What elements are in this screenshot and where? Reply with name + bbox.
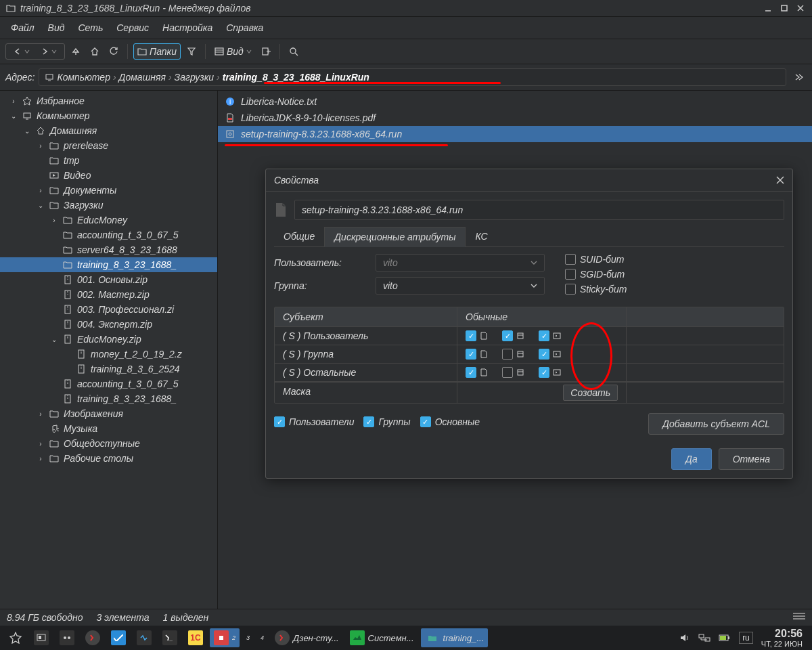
- expand-icon[interactable]: [50, 276, 58, 284]
- ok-button[interactable]: Да: [671, 448, 712, 470]
- expand-icon[interactable]: [50, 290, 58, 299]
- suid-checkbox[interactable]: [565, 254, 576, 265]
- create-mask-button[interactable]: Создать: [563, 385, 618, 401]
- perm-checkbox[interactable]: [502, 367, 513, 378]
- taskbar-app-4[interactable]: [107, 628, 130, 647]
- dialog-close-button[interactable]: [776, 176, 784, 184]
- expand-icon[interactable]: [64, 365, 72, 373]
- breadcrumb-overflow-button[interactable]: [790, 70, 807, 84]
- tray-volume-icon[interactable]: [679, 632, 690, 643]
- taskbar-window-3[interactable]: training_...: [421, 628, 489, 647]
- file-item[interactable]: LibericaJDK-8-9-10-licenses.pdf: [218, 110, 812, 126]
- tree-item[interactable]: tmp: [0, 153, 217, 168]
- breadcrumb-segment[interactable]: Компьютер: [57, 72, 110, 83]
- cancel-button[interactable]: Отмена: [719, 448, 784, 470]
- perm-checkbox[interactable]: ✓: [466, 349, 476, 360]
- tree-item[interactable]: Музыка: [0, 421, 217, 436]
- tree-item[interactable]: ⌄EducMoney.zip: [0, 332, 217, 347]
- expand-icon[interactable]: [37, 425, 45, 433]
- expand-icon[interactable]: [50, 246, 58, 254]
- filename-input[interactable]: setup-training-8.3.23.1688-x86_64.run: [294, 200, 784, 220]
- tray-battery-icon[interactable]: [719, 634, 731, 642]
- tree-item[interactable]: 002. Мастер.zip: [0, 287, 217, 302]
- filter-users-checkbox[interactable]: ✓: [274, 416, 285, 427]
- nav-back-button[interactable]: [10, 45, 33, 58]
- search-button[interactable]: [286, 45, 302, 58]
- tree-item[interactable]: ⌄Компьютер: [0, 108, 217, 123]
- nav-home-button[interactable]: [87, 45, 103, 58]
- expand-icon[interactable]: ›: [37, 410, 45, 418]
- close-button[interactable]: [794, 3, 807, 14]
- view-mode-button[interactable]: Вид: [211, 44, 255, 59]
- taskbar-app-9[interactable]: 3: [242, 632, 254, 643]
- expand-icon[interactable]: [50, 320, 58, 328]
- tree-item[interactable]: ›Документы: [0, 183, 217, 198]
- tree-item[interactable]: ›prerelease: [0, 138, 217, 153]
- menu-network[interactable]: Сеть: [71, 20, 110, 36]
- expand-icon[interactable]: [37, 171, 45, 179]
- tree-item[interactable]: server64_8_3_23_1688: [0, 242, 217, 257]
- folders-panel-button[interactable]: Папки: [133, 43, 181, 60]
- tree-item[interactable]: ›Изображения: [0, 406, 217, 421]
- tray-language-indicator[interactable]: ru: [739, 632, 753, 644]
- filter-button[interactable]: [183, 45, 200, 58]
- expand-icon[interactable]: ⌄: [9, 112, 18, 120]
- tree-item[interactable]: 001. Основы.zip: [0, 272, 217, 287]
- tree-item[interactable]: ⌄Загрузки: [0, 198, 217, 213]
- tree-item[interactable]: ›Избранное: [0, 93, 217, 108]
- filter-groups-checkbox[interactable]: ✓: [363, 416, 374, 427]
- taskbar-app-3[interactable]: [81, 628, 104, 647]
- tree-item[interactable]: Видео: [0, 168, 217, 183]
- perm-checkbox[interactable]: ✓: [502, 330, 513, 341]
- taskbar-app-1[interactable]: [30, 628, 53, 647]
- tree-item[interactable]: ›EducMoney: [0, 213, 217, 228]
- new-button[interactable]: [258, 45, 274, 58]
- sgid-checkbox[interactable]: [565, 269, 576, 280]
- minimize-button[interactable]: [762, 3, 774, 14]
- maximize-button[interactable]: [778, 3, 790, 14]
- nav-refresh-button[interactable]: [106, 45, 122, 58]
- taskbar-app-10[interactable]: 4: [256, 632, 268, 643]
- owner-group-select[interactable]: vito: [376, 277, 545, 295]
- file-item[interactable]: iLiberica-Notice.txt: [218, 93, 812, 110]
- taskbar-app-5[interactable]: [133, 628, 156, 647]
- perm-checkbox[interactable]: ✓: [539, 330, 549, 341]
- taskbar-star-button[interactable]: [4, 628, 27, 647]
- tree-item[interactable]: accounting_t_3_0_67_5: [0, 376, 217, 391]
- tree-item[interactable]: training_8_3_23_1688_: [0, 257, 217, 272]
- filter-main-checkbox[interactable]: ✓: [420, 416, 431, 427]
- taskbar-app-8[interactable]: 2: [210, 628, 240, 647]
- menu-help[interactable]: Справка: [219, 20, 270, 36]
- tree-item[interactable]: 004. Эксперт.zip: [0, 317, 217, 332]
- tray-clock[interactable]: 20:56 ЧТ, 22 ИЮН: [761, 628, 803, 648]
- expand-icon[interactable]: ›: [9, 97, 18, 105]
- breadcrumb-segment[interactable]: Загрузки: [175, 72, 215, 83]
- sticky-checkbox[interactable]: [565, 284, 576, 295]
- expand-icon[interactable]: ›: [37, 142, 45, 150]
- tab-general[interactable]: Общие: [274, 227, 324, 246]
- expand-icon[interactable]: ⌄: [23, 127, 31, 135]
- perm-checkbox[interactable]: [502, 349, 513, 360]
- expand-icon[interactable]: ⌄: [50, 335, 58, 343]
- menu-settings[interactable]: Настройка: [156, 20, 219, 36]
- taskbar-app-2[interactable]: [55, 628, 78, 647]
- tree-item[interactable]: accounting_t_3_0_67_5: [0, 228, 217, 242]
- expand-icon[interactable]: [50, 380, 58, 388]
- expand-icon[interactable]: [50, 305, 58, 313]
- perm-checkbox[interactable]: ✓: [466, 367, 476, 378]
- taskbar-window-2[interactable]: Системн...: [346, 628, 418, 647]
- nav-up-button[interactable]: [68, 45, 84, 58]
- tab-kc[interactable]: КС: [466, 227, 497, 246]
- menu-file[interactable]: Файл: [4, 20, 41, 36]
- tree-item[interactable]: ⌄Домашняя: [0, 123, 217, 138]
- tree-item[interactable]: training_8_3_23_1688_: [0, 391, 217, 406]
- add-acl-button[interactable]: Добавить субъект ACL: [648, 413, 784, 435]
- tab-discretionary[interactable]: Дискреционные атрибуты: [324, 227, 466, 247]
- expand-icon[interactable]: [64, 350, 72, 358]
- expand-icon[interactable]: ›: [37, 439, 45, 448]
- expand-icon[interactable]: [50, 231, 58, 239]
- breadcrumb-segment[interactable]: Домашняя: [119, 72, 166, 83]
- taskbar-app-7[interactable]: 1C: [184, 628, 207, 647]
- tree-item[interactable]: ›Общедоступные: [0, 436, 217, 451]
- expand-icon[interactable]: [50, 261, 58, 269]
